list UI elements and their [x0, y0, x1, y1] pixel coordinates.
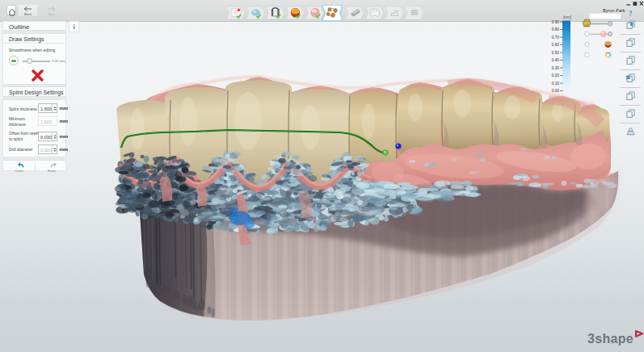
svg-text:0.40: 0.40 — [552, 58, 560, 62]
svg-text:[mm]: [mm] — [563, 15, 571, 19]
svg-text:0.60: 0.60 — [552, 43, 560, 47]
svg-text:0.70: 0.70 — [552, 36, 560, 40]
svg-text:0.00: 0.00 — [552, 89, 560, 93]
svg-text:0.50: 0.50 — [552, 51, 560, 55]
svg-text:0.30: 0.30 — [552, 66, 560, 70]
svg-text:0.90: 0.90 — [552, 20, 560, 24]
svg-text:0.20: 0.20 — [552, 73, 560, 78]
svg-text:0.80: 0.80 — [552, 27, 560, 31]
svg-text:0.10: 0.10 — [552, 82, 560, 86]
